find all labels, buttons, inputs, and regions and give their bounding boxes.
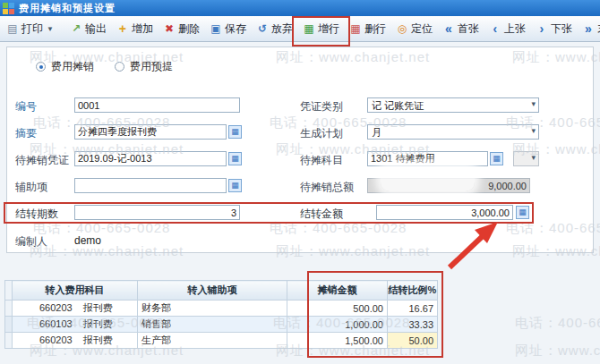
voucher-type-select[interactable]: 记 记账凭证 bbox=[367, 97, 539, 113]
amount-cell[interactable]: 1,500.00 bbox=[287, 333, 388, 349]
calculator-icon[interactable] bbox=[516, 206, 529, 219]
account-name: 报刊费 bbox=[83, 302, 113, 313]
summary-lookup-icon[interactable] bbox=[228, 125, 242, 139]
discard-button[interactable]: 放弃 bbox=[252, 20, 297, 38]
last-record-icon bbox=[582, 22, 595, 36]
mode-panel bbox=[6, 47, 594, 80]
amount-cell[interactable]: 500.00 bbox=[287, 301, 388, 317]
account-code: 660203 bbox=[39, 334, 73, 345]
app-window: 费用摊销和预提设置 打印 ▼ 输出 增加 删除 保存 放弃 bbox=[0, 0, 600, 364]
delete-icon bbox=[163, 22, 176, 35]
save-button[interactable]: 保存 bbox=[205, 20, 251, 38]
save-icon bbox=[210, 22, 222, 35]
col-header-expense-account[interactable]: 转入费用科目 bbox=[13, 281, 138, 301]
app-icon bbox=[3, 3, 14, 14]
pending-account-input[interactable] bbox=[367, 151, 488, 166]
aux-cell[interactable]: 销售部 bbox=[138, 317, 287, 333]
radio-expense-accrual[interactable]: 费用预提 bbox=[115, 59, 173, 74]
row-selector-header bbox=[5, 281, 13, 301]
pending-voucher-input[interactable] bbox=[74, 151, 227, 166]
preparer-label: 编制人 bbox=[15, 234, 47, 250]
locate-icon bbox=[396, 22, 408, 35]
table-row[interactable]: 660203报刊费 生产部 1,500.00 50.00 bbox=[5, 333, 438, 349]
add-icon bbox=[116, 22, 129, 36]
radio-expense-amortization[interactable]: 费用摊销 bbox=[36, 59, 94, 74]
schedule-label: 生成计划 bbox=[300, 126, 343, 141]
number-label: 编号 bbox=[15, 99, 37, 114]
pending-account-sub-select bbox=[513, 151, 539, 166]
aux-item-lookup-icon[interactable] bbox=[228, 179, 242, 192]
first-record-button[interactable]: 首张 bbox=[438, 20, 484, 38]
prev-record-icon bbox=[489, 22, 501, 36]
aux-item-input[interactable] bbox=[74, 178, 227, 193]
pending-account-lookup-icon[interactable] bbox=[490, 152, 503, 165]
export-icon bbox=[70, 22, 82, 35]
col-header-aux-item[interactable]: 转入辅助项 bbox=[138, 281, 287, 301]
chevron-down-icon: ▼ bbox=[47, 25, 54, 33]
carry-amount-label: 结转金额 bbox=[300, 207, 343, 222]
schedule-select[interactable]: 月 bbox=[367, 124, 539, 140]
table-header-row: 转入费用科目 转入辅助项 摊销金额 结转比例% bbox=[5, 281, 438, 301]
carry-amount-input[interactable] bbox=[376, 205, 513, 220]
summary-label: 摘要 bbox=[15, 126, 37, 141]
number-input[interactable] bbox=[74, 97, 240, 113]
total-amount-field bbox=[367, 178, 530, 193]
delete-button[interactable]: 删除 bbox=[159, 20, 204, 38]
amortization-detail-table: 转入费用科目 转入辅助项 摊销金额 结转比例% 660203报刊费 财务部 50… bbox=[4, 280, 438, 349]
pending-account-label: 待摊科目 bbox=[300, 153, 343, 168]
ratio-cell[interactable]: 16.67 bbox=[388, 301, 438, 317]
next-record-button[interactable]: 下张 bbox=[531, 20, 577, 38]
voucher-type-label: 凭证类别 bbox=[300, 99, 343, 114]
account-name: 报刊费 bbox=[83, 334, 113, 345]
window-title: 费用摊销和预提设置 bbox=[19, 2, 116, 15]
add-button[interactable]: 增加 bbox=[112, 20, 158, 38]
aux-cell[interactable]: 生产部 bbox=[138, 333, 287, 349]
title-bar: 费用摊销和预提设置 bbox=[0, 0, 600, 16]
account-code: 660103 bbox=[39, 318, 73, 329]
pending-voucher-label: 待摊销凭证 bbox=[15, 153, 69, 168]
account-code: 660203 bbox=[39, 302, 73, 313]
ratio-cell-selected[interactable]: 50.00 bbox=[388, 333, 438, 349]
export-button[interactable]: 输出 bbox=[65, 20, 111, 38]
toolbar: 打印 ▼ 输出 增加 删除 保存 放弃 增行 bbox=[0, 16, 600, 42]
delete-row-icon bbox=[349, 22, 362, 35]
aux-cell[interactable]: 财务部 bbox=[138, 301, 287, 317]
add-row-button[interactable]: 增行 bbox=[298, 20, 344, 38]
print-button[interactable]: 打印 ▼ bbox=[2, 20, 58, 38]
account-name: 报刊费 bbox=[83, 318, 113, 329]
total-amount-label: 待摊销总额 bbox=[300, 180, 354, 195]
watermark-site: 网址：www.chanjet.net bbox=[515, 343, 600, 360]
preparer-value: demo bbox=[74, 234, 101, 247]
delete-row-button[interactable]: 删行 bbox=[345, 20, 390, 38]
add-row-icon bbox=[303, 22, 315, 35]
undo-icon bbox=[256, 22, 269, 35]
radio-unselected-icon bbox=[115, 62, 124, 72]
printer-icon bbox=[6, 22, 19, 35]
watermark-phone: 电话：400-665-0028 bbox=[515, 315, 600, 332]
ratio-cell[interactable]: 33.33 bbox=[388, 317, 438, 333]
periods-input[interactable] bbox=[74, 205, 240, 220]
row-selector[interactable] bbox=[5, 317, 13, 333]
table-row[interactable]: 660103报刊费 销售部 1,000.00 33.33 bbox=[5, 317, 438, 333]
next-record-icon bbox=[536, 22, 548, 36]
first-record-icon bbox=[442, 22, 455, 36]
pending-voucher-lookup-icon[interactable] bbox=[228, 152, 242, 165]
col-header-amount[interactable]: 摊销金额 bbox=[287, 281, 388, 301]
aux-item-label: 辅助项 bbox=[15, 180, 47, 195]
col-header-ratio[interactable]: 结转比例% bbox=[388, 281, 438, 301]
locate-button[interactable]: 定位 bbox=[391, 20, 437, 38]
summary-input[interactable] bbox=[74, 124, 227, 140]
row-selector[interactable] bbox=[5, 333, 13, 349]
table-row[interactable]: 660203报刊费 财务部 500.00 16.67 bbox=[5, 301, 438, 317]
radio-selected-icon bbox=[36, 62, 46, 72]
row-selector[interactable] bbox=[5, 301, 13, 317]
prev-record-button[interactable]: 上张 bbox=[484, 20, 530, 38]
amount-cell[interactable]: 1,000.00 bbox=[287, 317, 388, 333]
periods-label: 结转期数 bbox=[15, 207, 58, 222]
last-record-button[interactable]: 末张 bbox=[578, 20, 600, 38]
